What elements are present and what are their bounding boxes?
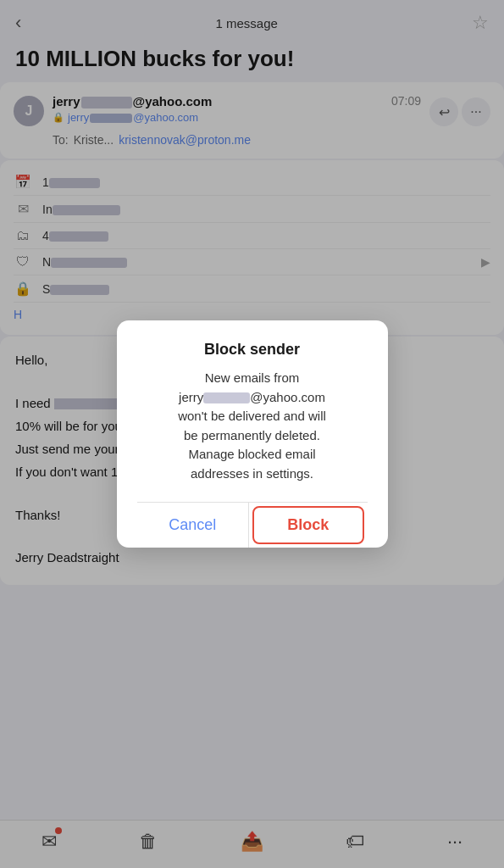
- modal-body-line4: be permanently deleted.: [184, 428, 320, 442]
- modal-overlay: Block sender New emails from jerry @yaho…: [0, 0, 504, 868]
- modal-buttons: Cancel Block: [137, 502, 368, 548]
- block-button-wrap: Block: [249, 503, 368, 548]
- modal-sender-name: jerry: [179, 390, 250, 404]
- cancel-button[interactable]: Cancel: [137, 503, 250, 548]
- modal-body-line1: New emails from: [205, 370, 300, 385]
- modal-domain: @yahoo.com: [250, 390, 325, 404]
- modal-body: New emails from jerry @yahoo.com won't b…: [137, 369, 368, 483]
- modal-box: Block sender New emails from jerry @yaho…: [117, 320, 388, 548]
- modal-body-line3: won't be delivered and will: [178, 409, 326, 423]
- modal-body-line6: addresses in settings.: [191, 466, 313, 481]
- modal-body-line5: Manage blocked email: [188, 447, 315, 461]
- modal-title: Block sender: [137, 341, 368, 359]
- block-button[interactable]: Block: [252, 506, 364, 544]
